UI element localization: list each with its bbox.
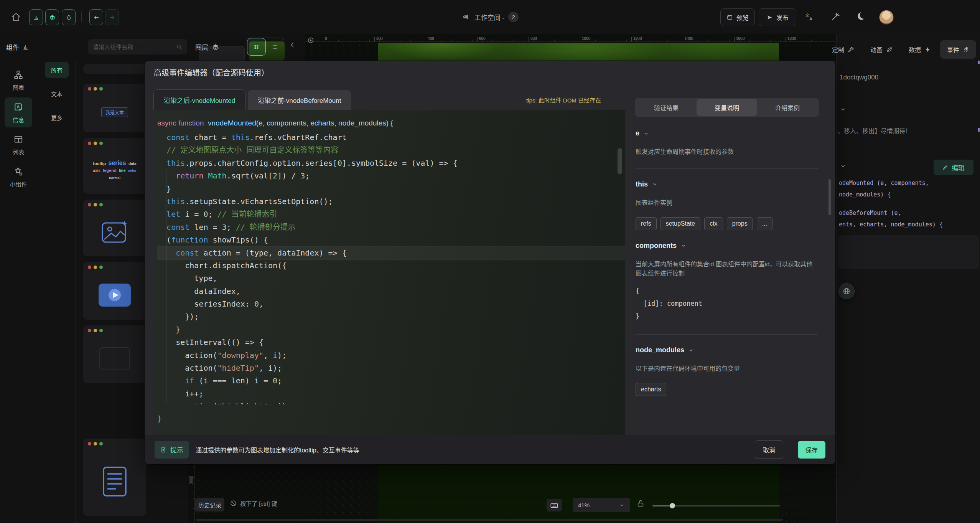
redo-button[interactable] (105, 9, 119, 25)
inspector-tab-动画[interactable]: 动画 (863, 40, 899, 59)
variable-tag: setupState (660, 217, 701, 230)
slider-handle[interactable] (670, 503, 675, 508)
code-editor[interactable]: async function vnodeMounted(e, component… (153, 110, 625, 435)
docs-section-title[interactable]: e (636, 129, 818, 137)
code-preview-line: node_modules) { (839, 189, 943, 200)
browser-icon (726, 14, 733, 21)
code-line: action("highlight", i) (157, 400, 625, 404)
undo-button[interactable] (89, 9, 103, 25)
component-card-wordcloud[interactable]: tooltip series data axis legend line col… (83, 138, 146, 194)
translate-icon: 文A (804, 12, 814, 21)
code-line: return Math.sqrt(val[2]) / 3; (157, 170, 625, 182)
component-card-video[interactable] (83, 262, 146, 320)
layer-view-toggle (247, 38, 284, 56)
code-body: const chart = this.refs.vChartRef.chart … (157, 131, 625, 404)
edit-button[interactable]: 编辑 (934, 160, 973, 175)
save-button[interactable]: 保存 (798, 441, 825, 459)
inspector-tab-定制[interactable]: 定制 (825, 40, 861, 59)
filter-所有[interactable]: 所有 (45, 62, 69, 78)
key-hint-icon (230, 500, 237, 507)
component-card-blank[interactable] (83, 325, 146, 383)
list-view-button[interactable] (266, 38, 284, 56)
category-图表[interactable]: 图表 (5, 65, 32, 95)
docs-section-title[interactable]: node_modules (636, 346, 818, 354)
code-line: action("hideTip", i); (157, 362, 625, 375)
globe-icon (842, 287, 851, 295)
layers-icon (49, 14, 56, 21)
horizontal-scrollbar[interactable] (196, 519, 783, 521)
inspector-tab-数据[interactable]: 数据 (902, 40, 938, 59)
docs-section-code: { [id]: component } (636, 285, 818, 323)
zoom-slider[interactable] (652, 505, 780, 507)
grid-view-button[interactable] (247, 38, 266, 56)
code-footer-line: } (157, 414, 162, 423)
category-小组件[interactable]: 小组件 (5, 162, 32, 192)
arrow-right-icon (109, 14, 115, 21)
layers-panel-title: 图层 (195, 42, 219, 52)
panel-divider (75, 61, 76, 523)
window-dots (88, 329, 103, 332)
avatar[interactable] (879, 10, 894, 25)
window-dots (88, 266, 103, 269)
globe-button[interactable] (838, 283, 855, 299)
category-列表[interactable]: 列表 (5, 130, 32, 160)
chart-tool-button[interactable] (29, 9, 43, 25)
docs-section-desc: 以下是内置在代码环境中可用的包变量 (636, 364, 818, 374)
panel-divider (37, 61, 37, 523)
preview-button[interactable]: 预览 (720, 8, 755, 26)
language-button[interactable]: 文A (804, 12, 815, 22)
org-chart-icon (13, 70, 23, 80)
lifecycle-tab[interactable]: 渲染之前-vnodeBeforeMount (248, 90, 351, 110)
shortcut-keys-button[interactable] (547, 499, 562, 511)
star-widget-icon (13, 167, 23, 177)
code-line: const chart = this.refs.vChartRef.chart (157, 131, 625, 144)
docs-section-title[interactable]: this (636, 180, 818, 188)
lifecycle-tab[interactable]: 渲染之后-vnodeMounted (153, 89, 245, 110)
scroll-marker (978, 128, 980, 132)
docs-tab-变量说明[interactable]: 变量说明 (697, 99, 757, 116)
docs-section-desc: 图表组件实例 (636, 198, 818, 208)
chevron-down-icon (643, 130, 649, 137)
zoom-select[interactable]: 41% (573, 498, 630, 512)
docs-tab-验证结果[interactable]: 验证结果 (636, 99, 697, 116)
layers-tool-button[interactable] (45, 9, 59, 25)
chevron-down-icon[interactable] (840, 163, 847, 170)
chevron-down-icon[interactable] (840, 106, 847, 113)
dark-mode-button[interactable] (858, 12, 868, 23)
component-card-list[interactable] (83, 439, 146, 516)
filter-更多[interactable]: 更多 (45, 109, 69, 125)
code-line: setInterval(() => { (157, 336, 625, 349)
docs-scrollbar[interactable] (828, 179, 831, 215)
code-line: } (157, 323, 625, 336)
code-line: (function showTips() { (157, 234, 625, 246)
filter-文本[interactable]: 文本 (45, 86, 69, 102)
code-line: // 定义地图原点大小 同理可自定义标签等等内容 (157, 144, 625, 157)
docs-section-desc: 触发对应生命周期事件时接收的参数 (636, 147, 818, 157)
collapse-panel-button[interactable] (288, 41, 298, 52)
theme-drop-button[interactable] (62, 9, 76, 25)
cancel-button[interactable]: 取消 (755, 441, 783, 459)
svg-text:文: 文 (805, 13, 810, 18)
top-toolbar: 工作空间 - 2 预览 发布 文A (0, 0, 980, 34)
component-categories: 图表A 信息 列表 小组件 (0, 65, 37, 194)
wordcloud-preview: tooltip series data axis legend line col… (89, 160, 140, 181)
component-card-text[interactable]: 我是文本 (83, 84, 146, 132)
magic-wand-button[interactable] (831, 12, 842, 22)
window-dots (88, 442, 103, 445)
docs-tab-介绍案例[interactable]: 介绍案例 (757, 99, 818, 116)
home-button[interactable] (9, 10, 23, 24)
editor-scrollbar[interactable] (618, 148, 622, 174)
history-button[interactable]: 历史记录 (195, 498, 224, 511)
docs-section-title[interactable]: components (636, 242, 818, 250)
component-search (88, 39, 187, 54)
category-信息[interactable]: A 信息 (5, 97, 32, 127)
scroll-marker (978, 61, 980, 64)
home-icon (11, 12, 21, 22)
inspector-tab-事件[interactable]: 事件 (940, 40, 976, 59)
lock-button[interactable] (636, 499, 646, 509)
publish-button[interactable]: 发布 (759, 8, 796, 26)
chevron-down-icon (619, 502, 625, 508)
search-input[interactable] (88, 44, 176, 50)
vertical-ruler-label: 2000 (189, 476, 193, 484)
component-card-image[interactable] (83, 200, 146, 256)
